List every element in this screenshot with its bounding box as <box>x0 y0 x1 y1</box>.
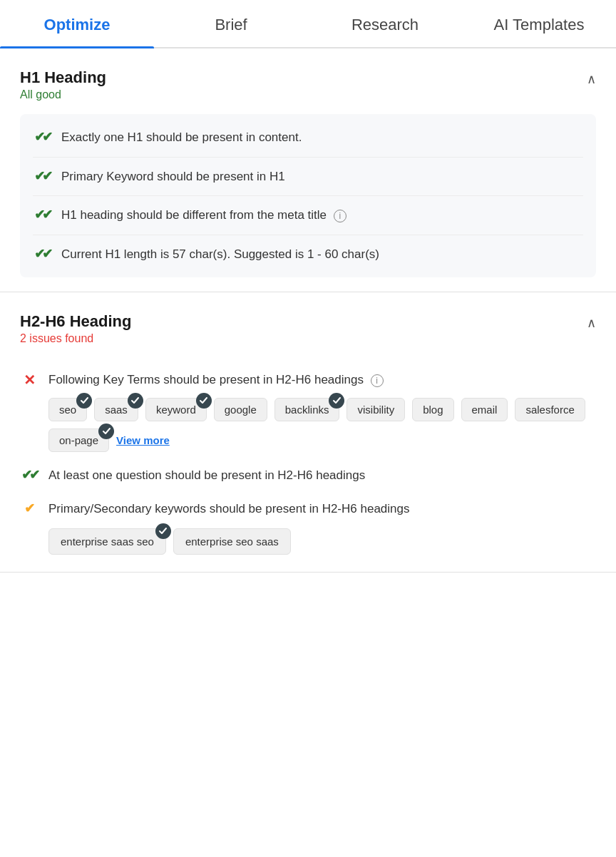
check-item-yellow: ✔ Primary/Secondary keywords should be p… <box>20 494 596 521</box>
h1-checks-box: ✔✔ Exactly one H1 should be present in c… <box>20 114 596 277</box>
tab-ai-templates[interactable]: AI Templates <box>462 0 616 47</box>
tag-blog: blog <box>412 398 453 421</box>
tag-checked-badge <box>196 393 212 409</box>
check-text: Primary Keyword should be present in H1 <box>61 168 583 186</box>
tab-research[interactable]: Research <box>308 0 462 47</box>
h1-section-status: All good <box>20 88 106 101</box>
double-check-icon: ✔✔ <box>33 207 51 222</box>
tag-on-page: on-page <box>48 428 109 452</box>
h2-chevron-icon[interactable]: ∧ <box>587 315 596 331</box>
h2-section-status: 2 issues found <box>20 332 131 345</box>
key-terms-check: ✕ Following Key Terms should be present … <box>20 361 596 455</box>
check-text: Following Key Terms should be present in… <box>48 371 596 389</box>
enterprise-tags-group: enterprise saas seo enterprise seo saas <box>20 521 596 558</box>
check-text: H1 heading should be different from the … <box>61 206 583 225</box>
tag-salesforce: salesforce <box>515 398 585 421</box>
double-check-icon: ✔✔ <box>33 129 51 145</box>
primary-secondary-check: ✔ Primary/Secondary keywords should be p… <box>20 494 596 558</box>
h2-section-title-group: H2-H6 Heading 2 issues found <box>20 312 131 345</box>
yellow-check-icon: ✔ <box>20 501 38 516</box>
tag-google: google <box>214 398 267 421</box>
check-item: ✔✔ Current H1 length is 57 char(s). Sugg… <box>33 235 583 274</box>
info-icon[interactable]: i <box>334 210 346 222</box>
tag-enterprise-seo-saas: enterprise seo saas <box>173 528 291 555</box>
double-check-icon: ✔✔ <box>33 246 51 262</box>
tag-checked-badge <box>98 424 114 439</box>
tag-saas: saas <box>94 398 138 421</box>
key-terms-tags: seo saas keyword google <box>20 389 596 455</box>
h2-section-title: H2-H6 Heading <box>20 312 131 331</box>
tag-checked-badge <box>155 523 171 539</box>
tab-brief[interactable]: Brief <box>154 0 308 47</box>
tag-checked-badge <box>76 393 92 409</box>
view-more-link[interactable]: View more <box>116 429 170 451</box>
x-icon: ✕ <box>20 371 38 389</box>
check-text: Exactly one H1 should be present in cont… <box>61 128 583 147</box>
check-item: ✔✔ Primary Keyword should be present in … <box>33 158 583 197</box>
tag-checked-badge <box>128 393 143 409</box>
h1-section-title: H1 Heading <box>20 68 106 87</box>
check-item: ✔✔ Exactly one H1 should be present in c… <box>33 118 583 158</box>
check-text: At least one question should be present … <box>48 466 596 485</box>
tag-visibility: visibility <box>346 398 405 421</box>
check-item-x: ✕ Following Key Terms should be present … <box>20 361 596 389</box>
double-check-icon: ✔✔ <box>33 168 51 184</box>
h1-heading-section: H1 Heading All good ∧ ✔✔ Exactly one H1 … <box>0 48 616 292</box>
h2-h6-heading-section: H2-H6 Heading 2 issues found ∧ ✕ Followi… <box>0 292 616 573</box>
tag-seo: seo <box>48 398 87 421</box>
tab-optimize[interactable]: Optimize <box>0 0 154 47</box>
h2-section-header: H2-H6 Heading 2 issues found ∧ <box>20 312 596 345</box>
tag-checked-badge <box>329 393 344 409</box>
h1-section-title-group: H1 Heading All good <box>20 68 106 101</box>
info-icon[interactable]: i <box>371 374 384 387</box>
tab-bar: Optimize Brief Research AI Templates <box>0 0 616 48</box>
check-text: Current H1 length is 57 char(s). Suggest… <box>61 245 583 264</box>
check-item: ✔✔ H1 heading should be different from t… <box>33 196 583 235</box>
question-check: ✔✔ At least one question should be prese… <box>20 455 596 495</box>
tag-email: email <box>461 398 508 421</box>
check-text: Primary/Secondary keywords should be pre… <box>48 500 596 518</box>
tag-keyword: keyword <box>145 398 207 421</box>
h1-section-header: H1 Heading All good ∧ <box>20 68 596 101</box>
tag-enterprise-saas-seo: enterprise saas seo <box>48 528 166 555</box>
double-check-icon: ✔✔ <box>20 467 38 483</box>
tag-backlinks: backlinks <box>274 398 340 421</box>
h1-chevron-icon[interactable]: ∧ <box>587 71 596 87</box>
